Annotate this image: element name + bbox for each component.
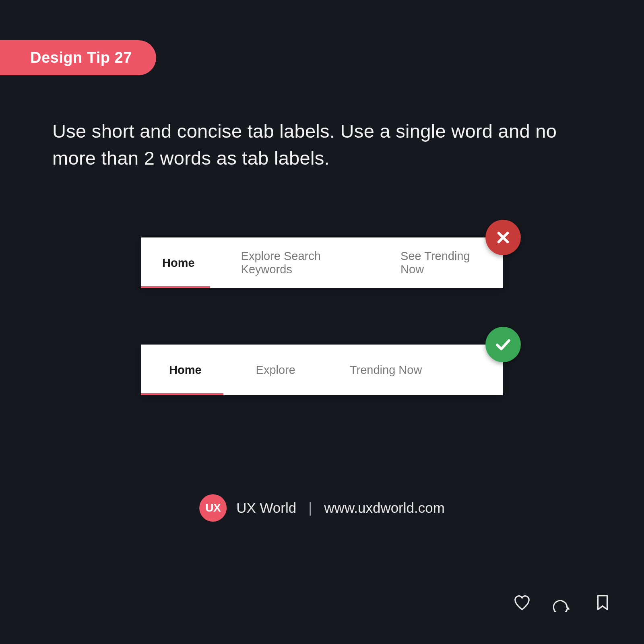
brand-separator: | — [308, 500, 312, 516]
brand-logo-text: UX — [205, 502, 221, 514]
check-icon — [485, 327, 521, 362]
heart-icon[interactable] — [513, 593, 531, 612]
comment-icon[interactable] — [553, 593, 572, 612]
active-tab-indicator — [141, 393, 223, 395]
tip-badge-label: Design Tip 27 — [30, 49, 132, 66]
bad-example: Home Explore Search Keywords See Trendin… — [141, 237, 503, 288]
tip-badge: Design Tip 27 — [0, 40, 156, 75]
tab-trending-long[interactable]: See Trending Now — [400, 250, 483, 276]
tab-bar-bad: Home Explore Search Keywords See Trendin… — [141, 237, 503, 288]
cross-icon — [485, 220, 521, 255]
tab-explore-long[interactable]: Explore Search Keywords — [241, 250, 357, 276]
tab-explore[interactable]: Explore — [256, 363, 295, 377]
bookmark-icon[interactable] — [593, 593, 612, 612]
tip-description: Use short and concise tab labels. Use a … — [52, 118, 592, 171]
brand-footer: UX UX World | www.uxdworld.com — [199, 494, 445, 522]
brand-name: UX World — [236, 500, 296, 516]
good-example: Home Explore Trending Now — [141, 345, 503, 395]
tab-bar-good: Home Explore Trending Now — [141, 345, 503, 395]
tab-home[interactable]: Home — [162, 256, 195, 270]
design-tip-card: Design Tip 27 Use short and concise tab … — [0, 0, 644, 644]
action-bar — [513, 593, 612, 612]
active-tab-indicator — [141, 286, 210, 288]
examples-section: Home Explore Search Keywords See Trendin… — [141, 237, 503, 395]
brand-url: www.uxdworld.com — [324, 500, 445, 516]
tab-trending[interactable]: Trending Now — [350, 363, 422, 377]
tab-home[interactable]: Home — [169, 363, 202, 377]
brand-logo: UX — [199, 494, 227, 522]
